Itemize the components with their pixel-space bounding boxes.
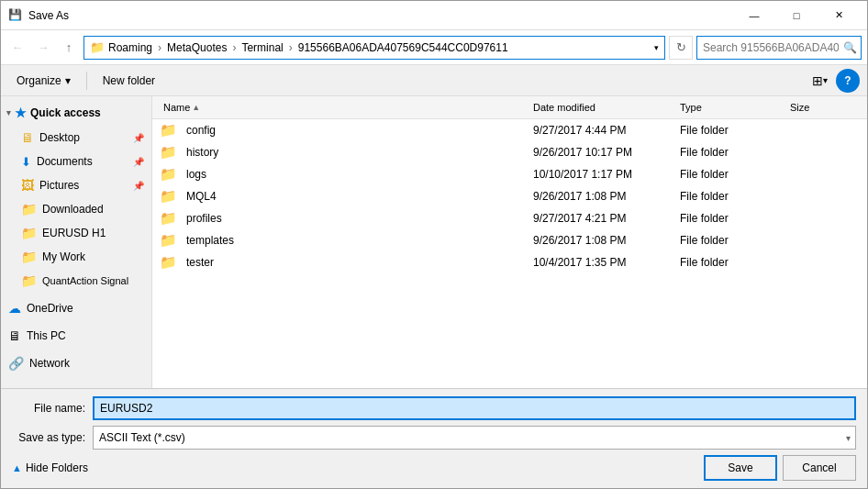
path-sep-3: › [289, 41, 293, 54]
view-button[interactable]: ⊞ ▾ [807, 69, 832, 93]
organize-button[interactable]: Organize ▾ [8, 69, 79, 93]
sidebar-item-downloaded[interactable]: 📁 Downloaded [1, 197, 151, 221]
sidebar-item-mywork[interactable]: 📁 My Work [1, 245, 151, 269]
table-row[interactable]: 📁 history 9/26/2017 10:17 PM File folder [152, 141, 867, 163]
save-as-dialog: 💾 Save As — □ ✕ ← → ↑ 📁 Roaming › MetaQu… [0, 0, 868, 489]
filename-label: File name: [12, 402, 85, 415]
network-icon: 🔗 [8, 356, 24, 371]
file-name-cell: profiles [183, 212, 226, 225]
save-button[interactable]: Save [704, 455, 777, 481]
table-row[interactable]: 📁 templates 9/26/2017 1:08 PM File folde… [152, 229, 867, 251]
file-rows-container: 📁 config 9/27/2017 4:44 PM File folder 📁… [152, 119, 867, 273]
table-row[interactable]: 📁 logs 10/10/2017 1:17 PM File folder [152, 163, 867, 185]
sidebar-item-eurusd[interactable]: 📁 EURUSD H1 [1, 221, 151, 245]
sidebar: ▾ ★ Quick access 🖥 Desktop 📌 ⬇ Documents… [1, 96, 152, 388]
sidebar-item-onedrive[interactable]: ☁ OneDrive [1, 296, 151, 320]
filename-input[interactable] [93, 396, 856, 420]
forward-button[interactable]: → [32, 37, 54, 59]
file-date-cell: 9/26/2017 10:17 PM [529, 146, 676, 159]
bottom-area: File name: Save as type: ASCII Text (*.c… [1, 388, 867, 488]
table-row[interactable]: 📁 MQL4 9/26/2017 1:08 PM File folder [152, 185, 867, 207]
file-name-cell: templates [183, 234, 238, 247]
col-header-name[interactable]: Name ▲ [160, 100, 529, 115]
pictures-pin-icon: 📌 [133, 181, 144, 191]
footer-bar: ▲ Hide Folders Save Cancel [12, 455, 856, 481]
file-name-cell: history [183, 146, 222, 159]
folder-icon: 📁 [160, 122, 177, 139]
sidebar-item-network[interactable]: 🔗 Network [1, 351, 151, 375]
file-type-cell: File folder [676, 234, 786, 247]
onedrive-icon: ☁ [8, 301, 21, 316]
file-date-cell: 9/26/2017 1:08 PM [529, 234, 676, 247]
table-row[interactable]: 📁 profiles 9/27/2017 4:21 PM File folder [152, 207, 867, 229]
folder-icon: 📁 [160, 232, 177, 249]
close-button[interactable]: ✕ [818, 1, 860, 30]
folder-icon: 📁 [160, 144, 177, 161]
file-type-cell: File folder [676, 212, 786, 225]
toolbar-separator [86, 72, 87, 90]
path-icon: 📁 [90, 40, 105, 54]
file-type-cell: File folder [676, 190, 786, 203]
thispc-icon: 🖥 [8, 328, 21, 343]
quick-access-star-icon: ★ [15, 106, 27, 120]
address-path[interactable]: 📁 Roaming › MetaQuotes › Terminal › 9155… [83, 36, 665, 60]
file-name-cell: tester [183, 256, 217, 269]
path-dropdown-icon[interactable]: ▾ [654, 43, 659, 52]
table-row[interactable]: 📁 config 9/27/2017 4:44 PM File folder [152, 119, 867, 141]
sidebar-item-thispc[interactable]: 🖥 This PC [1, 324, 151, 348]
path-metaquotes[interactable]: MetaQuotes [167, 41, 227, 54]
back-button[interactable]: ← [6, 37, 28, 59]
sidebar-item-documents[interactable]: ⬇ Documents 📌 [1, 150, 151, 173]
view-chevron-icon: ▾ [823, 75, 828, 85]
path-sep-2: › [232, 41, 236, 54]
sidebar-item-desktop[interactable]: 🖥 Desktop 📌 [1, 126, 151, 150]
hide-folders-chevron-icon: ▲ [12, 462, 22, 473]
window-controls: — □ ✕ [733, 1, 860, 30]
path-id[interactable]: 915566BA06ADA407569C544CC0D97611 [298, 41, 508, 54]
file-list-header: Name ▲ Date modified Type Size [152, 96, 867, 119]
file-date-cell: 9/27/2017 4:44 PM [529, 124, 676, 137]
file-name-cell: logs [183, 168, 210, 181]
path-terminal[interactable]: Terminal [241, 41, 283, 54]
file-name-cell: MQL4 [183, 190, 220, 203]
downloaded-folder-icon: 📁 [21, 202, 37, 217]
hide-folders-button[interactable]: ▲ Hide Folders [12, 461, 88, 474]
title-bar: 💾 Save As — □ ✕ [1, 1, 867, 30]
cancel-button[interactable]: Cancel [783, 455, 856, 481]
documents-pin-icon: 📌 [133, 157, 144, 167]
up-button[interactable]: ↑ [58, 37, 80, 59]
filename-row: File name: [12, 396, 856, 420]
col-header-type[interactable]: Type [676, 100, 786, 115]
file-date-cell: 10/10/2017 1:17 PM [529, 168, 676, 181]
quick-access-header[interactable]: ▾ ★ Quick access [1, 100, 151, 126]
main-content: ▾ ★ Quick access 🖥 Desktop 📌 ⬇ Documents… [1, 96, 867, 388]
file-date-cell: 9/26/2017 1:08 PM [529, 190, 676, 203]
eurusd-folder-icon: 📁 [21, 226, 37, 240]
folder-icon: 📁 [160, 210, 177, 227]
action-buttons: Save Cancel [704, 455, 856, 481]
file-date-cell: 10/4/2017 1:35 PM [529, 256, 676, 269]
table-row[interactable]: 📁 tester 10/4/2017 1:35 PM File folder [152, 251, 867, 273]
search-input[interactable] [696, 36, 862, 60]
file-date-cell: 9/27/2017 4:21 PM [529, 212, 676, 225]
file-type-cell: File folder [676, 256, 786, 269]
col-header-size[interactable]: Size [786, 100, 860, 115]
col-header-date[interactable]: Date modified [529, 100, 676, 115]
new-folder-button[interactable]: New folder [95, 69, 163, 93]
sidebar-item-pictures[interactable]: 🖼 Pictures 📌 [1, 173, 151, 197]
minimize-button[interactable]: — [733, 1, 775, 30]
help-button[interactable]: ? [836, 69, 860, 93]
thispc-section: 🖥 This PC [1, 324, 151, 348]
folder-icon: 📁 [160, 254, 177, 271]
quick-access-collapse-icon: ▾ [6, 108, 11, 117]
file-type-cell: File folder [676, 146, 786, 159]
saveas-select-wrapper: ASCII Text (*.csv)All Files (*.*) ▾ [93, 426, 856, 450]
saveas-select[interactable]: ASCII Text (*.csv)All Files (*.*) [93, 426, 856, 450]
refresh-button[interactable]: ↻ [669, 36, 693, 60]
maximize-button[interactable]: □ [775, 1, 818, 30]
path-roaming[interactable]: Roaming [108, 41, 152, 54]
documents-folder-icon: ⬇ [21, 155, 31, 169]
desktop-pin-icon: 📌 [133, 133, 144, 143]
toolbar: Organize ▾ New folder ⊞ ▾ ? [1, 65, 867, 96]
sidebar-item-quantaction[interactable]: 📁 QuantAction Signal [1, 269, 151, 293]
